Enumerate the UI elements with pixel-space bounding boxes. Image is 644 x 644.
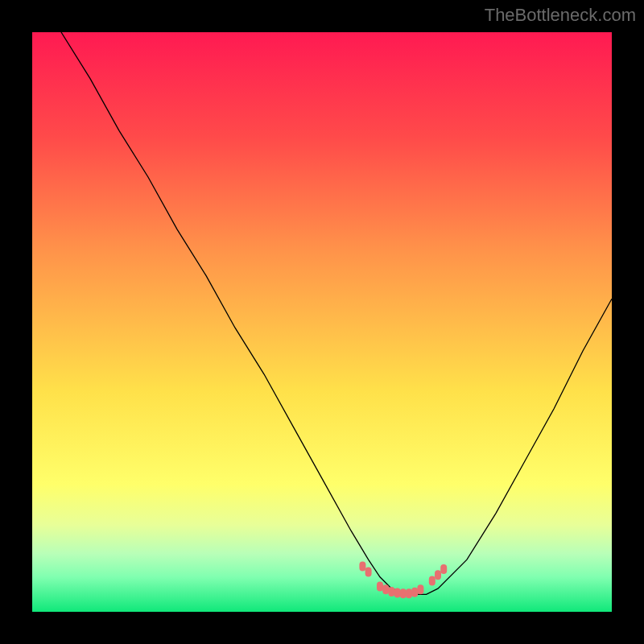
marker-dot [382, 584, 389, 594]
marker-dot [440, 564, 447, 574]
flat-minimum-markers [359, 561, 447, 598]
marker-dot [429, 576, 436, 585]
marker-dot [435, 570, 441, 580]
marker-dot [394, 588, 401, 598]
chart-plot-area [32, 32, 612, 612]
marker-dot [365, 568, 372, 577]
marker-dot [359, 561, 365, 571]
curve-line [61, 32, 612, 594]
marker-dot [400, 588, 407, 598]
marker-dot [388, 587, 394, 597]
marker-dot [406, 588, 412, 598]
watermark-text: TheBottleneck.com [485, 5, 636, 26]
chart-svg [32, 32, 612, 612]
marker-dot [377, 582, 383, 592]
marker-dot [417, 584, 423, 594]
marker-dot [411, 588, 418, 597]
